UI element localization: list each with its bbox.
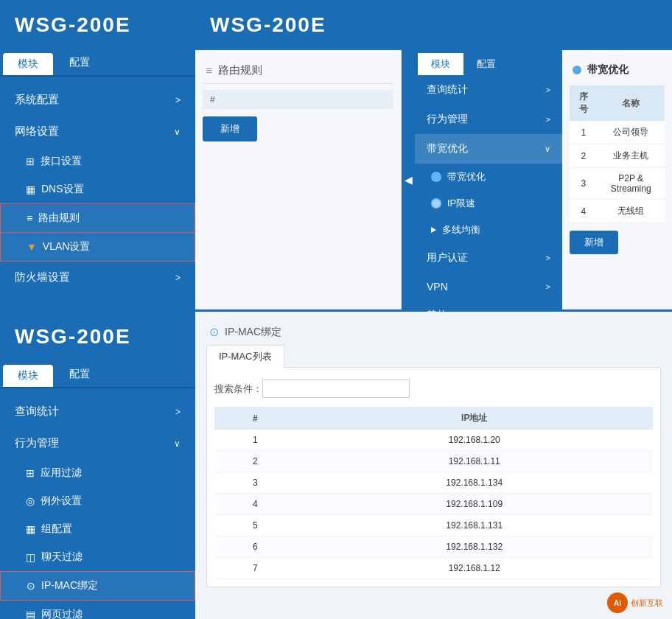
- ip-table-row: 6192.168.1.132: [214, 536, 653, 558]
- top-left-title: WSG-200E: [15, 13, 181, 37]
- menu-behavior-mgmt[interactable]: 行为管理 >: [415, 105, 562, 134]
- ip-mac-list-content: 搜索条件： # IP地址 1192.168.1.202192.168.1.113…: [206, 367, 661, 587]
- bw-table-row: 4无线组: [570, 200, 665, 223]
- ip-mac-list-tab-container: IP-MAC列表: [206, 345, 661, 367]
- top-right-header: WSG-200E: [195, 0, 672, 50]
- dropdown-tab-config[interactable]: 配置: [463, 53, 509, 75]
- ip-table-row: 3192.168.1.134: [214, 472, 653, 494]
- nav-exception[interactable]: ◎ 例外设置: [0, 487, 195, 515]
- bw-new-button[interactable]: 新增: [570, 231, 618, 254]
- nav-ip-mac[interactable]: ⊙ IP-MAC绑定: [0, 571, 195, 601]
- routing-new-button[interactable]: 新增: [203, 116, 257, 141]
- menu-bw-opt[interactable]: 带宽优化 ∨: [415, 134, 562, 164]
- routing-rules-panel: ≡ 路由规则 # 新增: [195, 50, 402, 310]
- logo-icon: Ai: [607, 592, 628, 613]
- dot-icon-filled: [431, 172, 441, 182]
- vlan-icon: ▼: [27, 241, 37, 253]
- group-icon: ▦: [26, 523, 35, 535]
- bandwidth-panel: 带宽优化 序号 名称 1公司领导2业务主机3P2P & Streaming4无线…: [562, 50, 672, 310]
- ip-mac-title-icon: ⊙: [209, 325, 219, 339]
- tab-module-bottom-left[interactable]: 模块: [3, 365, 53, 387]
- search-bar: 搜索条件：: [214, 375, 653, 402]
- ip-mac-list-tab[interactable]: IP-MAC列表: [206, 345, 284, 368]
- chat-icon: ◫: [26, 551, 35, 563]
- bw-table-row: 3P2P & Streaming: [570, 168, 665, 200]
- nav-behavior-mgmt-bottom[interactable]: 行为管理 ∨: [0, 427, 195, 459]
- ip-table-row: 1192.168.1.20: [214, 430, 653, 451]
- routing-icon: ≡: [27, 212, 32, 224]
- routing-panel-icon: ≡: [206, 64, 212, 77]
- nav-query-stats[interactable]: 查询统计 >: [0, 396, 195, 427]
- app-filter-icon: ⊞: [26, 467, 35, 479]
- web-filter-icon: ▤: [26, 609, 35, 619]
- submenu-bw-opt[interactable]: 带宽优化: [415, 164, 562, 190]
- ip-table-row: 4192.168.1.109: [214, 494, 653, 515]
- logo-text: 创新互联: [631, 598, 663, 609]
- top-right-title: WSG-200E: [210, 13, 657, 37]
- search-label: 搜索条件：: [214, 382, 262, 396]
- nav-firewall[interactable]: 防火墙设置 >: [0, 262, 195, 293]
- collapse-arrow[interactable]: ◀: [402, 50, 415, 310]
- interface-icon: ⊞: [26, 155, 35, 167]
- triangle-icon: [431, 227, 436, 233]
- routing-table-header: #: [203, 90, 393, 109]
- ip-mac-main-panel: ⊙ IP-MAC绑定 IP-MAC列表 搜索条件： # IP地址: [195, 312, 672, 595]
- bw-table-row: 2业务主机: [570, 144, 665, 168]
- tab-config-top-left[interactable]: 配置: [53, 50, 106, 75]
- top-left-header: WSG-200E: [0, 0, 195, 50]
- dropdown-tabs: 模块 配置: [415, 50, 562, 75]
- nav-network-settings[interactable]: 网络设置 ∨: [0, 116, 195, 147]
- dropdown-tab-module[interactable]: 模块: [418, 53, 463, 75]
- nav-web-filter[interactable]: ▤ 网页过滤: [0, 601, 195, 619]
- bottom-left-title: WSG-200E: [15, 325, 181, 349]
- menu-vpn[interactable]: VPN >: [415, 273, 562, 301]
- bottom-left-header: WSG-200E: [0, 312, 195, 362]
- ip-table-header-ip: IP地址: [295, 407, 653, 430]
- top-left-nav: 系统配置 > 网络设置 ∨ ⊞ 接口设置 ▦ DNS设置: [0, 77, 195, 301]
- nav-vlan-settings[interactable]: ▼ VLAN设置: [0, 233, 195, 262]
- bw-title-dot-icon: [573, 66, 581, 74]
- ip-table-row: 2192.168.1.11: [214, 451, 653, 472]
- bottom-left-nav: 查询统计 > 行为管理 ∨ ⊞ 应用过滤 ◎ 例外设置: [0, 388, 195, 619]
- ip-table-row: 5192.168.1.131: [214, 515, 653, 536]
- exception-icon: ◎: [26, 495, 35, 507]
- bw-table-header-name: 名称: [597, 85, 665, 121]
- dns-icon: ▦: [26, 183, 35, 195]
- nav-chat-filter[interactable]: ◫ 聊天过滤: [0, 543, 195, 571]
- bw-table-header-id: 序号: [570, 85, 597, 121]
- submenu-ip-speed[interactable]: IP限速: [415, 190, 562, 217]
- bw-table-row: 1公司领导: [570, 121, 665, 144]
- menu-query-stats[interactable]: 查询统计 >: [415, 75, 562, 105]
- ip-mac-panel-title: ⊙ IP-MAC绑定: [206, 319, 661, 345]
- tab-module-top-left[interactable]: 模块: [3, 53, 53, 75]
- bw-panel-title: 带宽优化: [570, 57, 665, 83]
- top-left-tabs: 模块 配置: [0, 50, 195, 77]
- tab-config-bottom-left[interactable]: 配置: [53, 362, 106, 387]
- nav-dns-settings[interactable]: ▦ DNS设置: [0, 175, 195, 203]
- bw-table: 序号 名称 1公司领导2业务主机3P2P & Streaming4无线组: [570, 85, 665, 223]
- nav-system-config[interactable]: 系统配置 >: [0, 84, 195, 116]
- nav-app-filter[interactable]: ⊞ 应用过滤: [0, 459, 195, 487]
- bottom-left-tabs: 模块 配置: [0, 362, 195, 388]
- nav-interface-settings[interactable]: ⊞ 接口设置: [0, 147, 195, 175]
- search-input[interactable]: [262, 380, 410, 398]
- logo-watermark: Ai 创新互联: [607, 592, 663, 613]
- ip-table-header-hash: #: [214, 407, 295, 430]
- submenu-multiline[interactable]: 多线均衡: [415, 217, 562, 243]
- ip-mac-icon: ⊙: [27, 580, 35, 592]
- nav-group-config[interactable]: ▦ 组配置: [0, 515, 195, 543]
- ip-mac-table: # IP地址 1192.168.1.202192.168.1.113192.16…: [214, 407, 653, 579]
- dot-icon-ring: [431, 198, 441, 209]
- dropdown-menu-panel: 模块 配置 查询统计 > 行为管理 > 带宽优化 ∨: [415, 50, 562, 310]
- routing-panel-title: ≡ 路由规则: [203, 57, 393, 84]
- ip-table-row: 7192.168.1.12: [214, 558, 653, 579]
- nav-routing-rules[interactable]: ≡ 路由规则: [0, 203, 195, 233]
- menu-user-auth[interactable]: 用户认证 >: [415, 243, 562, 273]
